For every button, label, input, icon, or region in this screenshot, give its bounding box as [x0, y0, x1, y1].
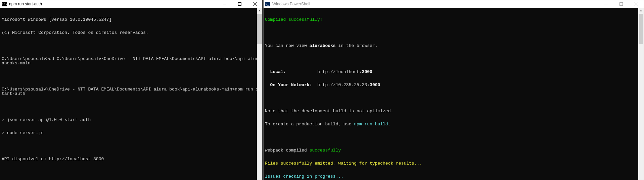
- output-line: (c) Microsoft Corporation. Todos os dire…: [2, 31, 261, 35]
- window-title-right: Windows PowerShell: [272, 2, 598, 6]
- app-name: alurabooks: [310, 43, 336, 48]
- text: .: [388, 122, 391, 127]
- output-line: > json-server-api@1.0.0 start-auth: [2, 118, 261, 122]
- text: You can now view: [265, 43, 310, 48]
- window-controls-right: [598, 0, 644, 8]
- local-url: http://localhost:: [317, 69, 362, 74]
- output-line: webpack compiled successfully: [265, 148, 642, 153]
- close-button[interactable]: [247, 0, 262, 8]
- local-port: 3000: [362, 69, 372, 74]
- terminal-left[interactable]: Microsoft Windows [versão 10.0.19045.524…: [0, 8, 262, 180]
- output-line: Note that the development build is not o…: [265, 109, 642, 113]
- build-cmd: npm run build: [354, 122, 388, 127]
- output-line: Issues checking in progress...: [265, 174, 642, 179]
- network-port: 3000: [370, 82, 380, 87]
- local-label: Local:: [265, 69, 317, 74]
- text: in the browser.: [336, 43, 378, 48]
- window-controls-left: [217, 0, 262, 8]
- close-button[interactable]: [629, 0, 644, 8]
- output-line: Microsoft Windows [versão 10.0.19045.524…: [2, 17, 261, 22]
- output-line: Compiled successfully!: [265, 17, 642, 22]
- scrollbar-left[interactable]: ▲: [257, 8, 262, 180]
- network-label: On Your Network:: [265, 82, 317, 87]
- maximize-icon: [238, 2, 241, 6]
- powershell-window: >_ Windows PowerShell Compiled successfu…: [263, 0, 644, 180]
- minimize-button[interactable]: [217, 0, 232, 8]
- output-line: Local: http://localhost:3000: [265, 70, 642, 74]
- output-line: > node server.js: [2, 131, 261, 135]
- minimize-icon: [604, 2, 608, 6]
- maximize-button[interactable]: [232, 0, 247, 8]
- output-line: You can now view alurabooks in the brows…: [265, 44, 642, 48]
- output-line: API disponível em http://localhost:8000: [2, 157, 261, 161]
- scroll-thumb[interactable]: [639, 14, 643, 44]
- titlebar-left[interactable]: C:\ npm run start-auth: [0, 0, 262, 8]
- output-line: On Your Network: http://10.235.25.33:300…: [265, 83, 642, 87]
- powershell-icon: >_: [265, 1, 270, 7]
- text: To create a production build, use: [265, 122, 354, 127]
- maximize-button[interactable]: [613, 0, 629, 8]
- maximize-icon: [619, 2, 623, 6]
- network-url: http://10.235.25.33:: [317, 82, 370, 87]
- svg-rect-9: [619, 3, 623, 6]
- output-line: C:\Users\psousalv\OneDrive - NTT DATA EM…: [2, 87, 261, 96]
- output-line: Files successfully emitted, waiting for …: [265, 161, 642, 166]
- svg-text:C:\: C:\: [2, 3, 7, 6]
- scroll-up-icon[interactable]: ▲: [257, 8, 262, 13]
- svg-text:>_: >_: [266, 3, 269, 6]
- cmd-window: C:\ npm run start-auth Microsoft Windows…: [0, 0, 263, 180]
- scroll-up-icon[interactable]: ▲: [638, 8, 644, 13]
- webpack-status: successfully: [310, 148, 341, 153]
- close-icon: [253, 2, 257, 6]
- svg-rect-3: [238, 3, 241, 6]
- output-line: C:\Users\psousalv>cd C:\Users\psousalv\O…: [2, 57, 261, 65]
- cmd-icon: C:\: [2, 1, 7, 7]
- minimize-icon: [223, 2, 226, 6]
- output-line: To create a production build, use npm ru…: [265, 122, 642, 126]
- window-title-left: npm run start-auth: [9, 2, 217, 6]
- terminal-right[interactable]: Compiled successfully! You can now view …: [264, 8, 644, 180]
- scrollbar-right[interactable]: ▲: [638, 8, 644, 180]
- titlebar-right[interactable]: >_ Windows PowerShell: [264, 0, 644, 8]
- close-icon: [635, 2, 638, 6]
- scroll-thumb[interactable]: [257, 14, 262, 44]
- text: webpack compiled: [265, 148, 310, 153]
- minimize-button[interactable]: [598, 0, 613, 8]
